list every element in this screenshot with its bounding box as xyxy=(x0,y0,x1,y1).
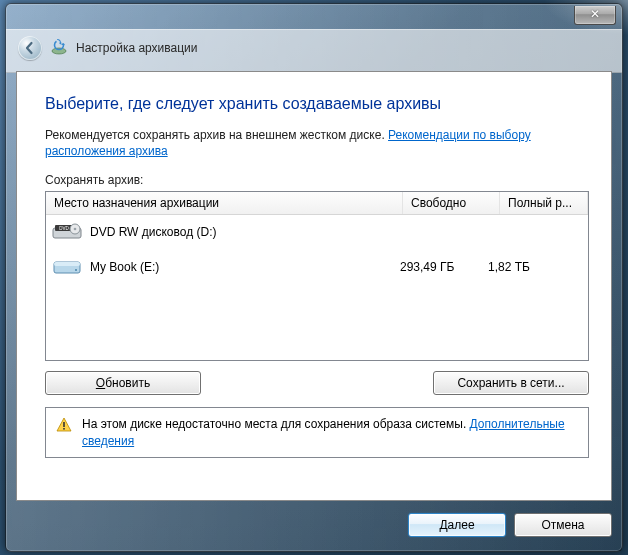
action-buttons-row: Обновить Сохранить в сети... xyxy=(45,371,589,395)
svg-rect-12 xyxy=(63,428,65,430)
close-icon: ✕ xyxy=(590,7,600,21)
wizard-window: ✕ Настройка архивации Выберите xyxy=(5,3,623,552)
drive-name: My Book (E:) xyxy=(90,260,159,274)
drive-name: DVD RW дисковод (D:) xyxy=(90,225,217,239)
page-heading: Выберите, где следует хранить создаваемы… xyxy=(45,95,589,113)
refresh-button[interactable]: Обновить xyxy=(45,371,201,395)
info-bar: На этом диске недостаточно места для сох… xyxy=(45,407,589,457)
table-row[interactable]: My Book (E:) 293,49 ГБ 1,82 ТБ xyxy=(46,250,588,285)
content-panel: Выберите, где следует хранить создаваемы… xyxy=(16,71,612,501)
destination-table: Место назначения архивации Свободно Полн… xyxy=(45,191,589,361)
info-text-block: На этом диске недостаточно места для сох… xyxy=(82,416,578,448)
refresh-button-rest: бновить xyxy=(105,376,150,390)
arrow-left-icon xyxy=(23,41,37,55)
titlebar: ✕ xyxy=(6,4,622,29)
drive-full: 1,82 ТБ xyxy=(480,260,588,274)
next-button[interactable]: Далее xyxy=(408,513,506,537)
recommendation-prefix: Рекомендуется сохранять архив на внешнем… xyxy=(45,128,388,142)
dvd-drive-icon: DVD xyxy=(52,222,82,242)
cancel-button[interactable]: Отмена xyxy=(514,513,612,537)
drive-free: 293,49 ГБ xyxy=(392,260,480,274)
save-archive-label: Сохранять архив: xyxy=(45,173,589,187)
close-button[interactable]: ✕ xyxy=(574,6,616,25)
table-row[interactable]: DVD DVD RW дисковод (D:) xyxy=(46,215,588,250)
backup-icon xyxy=(50,39,68,57)
col-destination[interactable]: Место назначения архивации xyxy=(46,192,403,214)
svg-rect-11 xyxy=(63,422,65,427)
info-text: На этом диске недостаточно места для сох… xyxy=(82,417,470,431)
back-button[interactable] xyxy=(18,36,42,60)
table-header: Место назначения архивации Свободно Полн… xyxy=(46,192,588,215)
svg-point-10 xyxy=(75,269,77,271)
external-hdd-icon xyxy=(52,257,82,277)
wizard-header: Настройка архивации xyxy=(6,29,622,73)
svg-point-7 xyxy=(74,228,77,231)
svg-text:DVD: DVD xyxy=(59,226,69,231)
col-free[interactable]: Свободно xyxy=(403,192,500,214)
recommendation-text: Рекомендуется сохранять архив на внешнем… xyxy=(45,127,589,159)
wizard-footer: Далее Отмена xyxy=(16,509,612,541)
wizard-title: Настройка архивации xyxy=(76,41,198,55)
table-body: DVD DVD RW дисковод (D:) xyxy=(46,215,588,285)
warning-icon xyxy=(56,417,72,433)
svg-rect-9 xyxy=(54,262,80,266)
save-on-network-button[interactable]: Сохранить в сети... xyxy=(433,371,589,395)
col-full[interactable]: Полный р... xyxy=(500,192,588,214)
